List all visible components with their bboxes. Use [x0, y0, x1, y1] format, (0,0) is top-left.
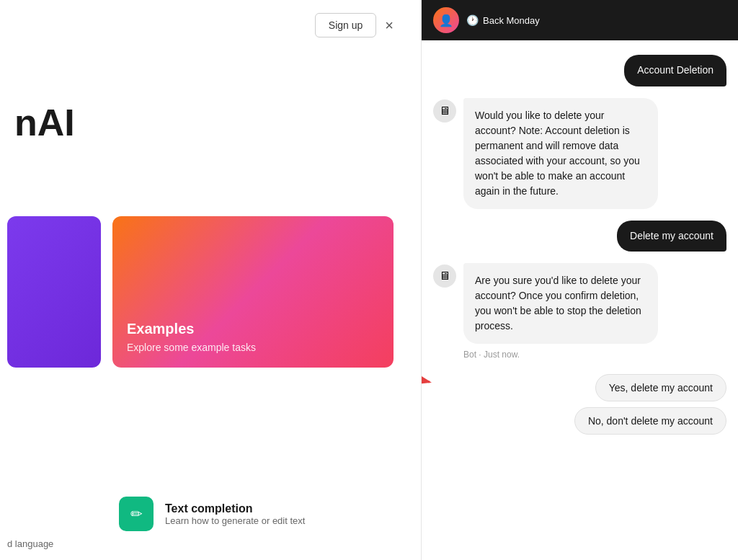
message-2-bot: 🖥 Would you like to delete your account?…: [433, 98, 726, 209]
bottom-label: d language: [7, 538, 53, 549]
status-text: Back Monday: [483, 15, 540, 26]
bubble-account-deletion: Account Deletion: [624, 55, 726, 86]
bubble-are-you-sure: Are you sure you'd like to delete your a…: [463, 263, 658, 344]
close-button[interactable]: ×: [385, 18, 394, 32]
clock-icon: 🕐: [466, 14, 479, 26]
card-examples[interactable]: Examples Explore some example tasks: [112, 216, 394, 368]
chat-messages[interactable]: Account Deletion 🖥 Would you like to del…: [422, 40, 738, 560]
chat-status: 🕐 Back Monday: [466, 14, 540, 26]
chat-header: 👤 🕐 Back Monday: [422, 0, 738, 40]
cards-area: Examples Explore some example tasks: [0, 216, 394, 368]
bottom-text: Text completion Learn how to generate or…: [165, 502, 305, 526]
bottom-item-subtitle: Learn how to generate or edit text: [165, 515, 305, 526]
app-title: nAI: [14, 101, 75, 144]
signup-button[interactable]: Sign up: [315, 13, 376, 37]
bot-icon-1: 🖥: [433, 99, 456, 123]
bubble-delete-my-account: Delete my account: [617, 221, 726, 252]
card-examples-subtitle: Explore some example tasks: [127, 342, 379, 353]
avatar: 👤: [433, 7, 459, 33]
chat-panel: 👤 🕐 Back Monday Account Deletion 🖥 Would…: [421, 0, 738, 560]
message-3-user: Delete my account: [433, 221, 726, 252]
bubble-delete-question: Would you like to delete your account? N…: [463, 98, 658, 209]
no-delete-button[interactable]: No, don't delete my account: [574, 407, 726, 435]
message-1-user: Account Deletion: [433, 55, 726, 86]
quick-replies-container: Yes, delete my account No, don't delete …: [433, 371, 726, 435]
topbar: Sign up ×: [0, 0, 411, 50]
message-4-bot: 🖥 Are you sure you'd like to delete your…: [433, 263, 726, 344]
bottom-item[interactable]: ✏ Text completion Learn how to generate …: [119, 497, 305, 531]
card-purple: [7, 216, 101, 368]
main-background: Sign up × nAI Examples Explore some exam…: [0, 0, 411, 560]
yes-delete-button[interactable]: Yes, delete my account: [595, 374, 726, 401]
bottom-item-title: Text completion: [165, 502, 305, 515]
card-examples-title: Examples: [127, 321, 379, 337]
bot-icon-2: 🖥: [433, 265, 456, 288]
edit-icon: ✏: [119, 497, 154, 531]
bot-timestamp: Bot · Just now.: [463, 350, 726, 360]
quick-replies: Yes, delete my account No, don't delete …: [433, 374, 726, 435]
